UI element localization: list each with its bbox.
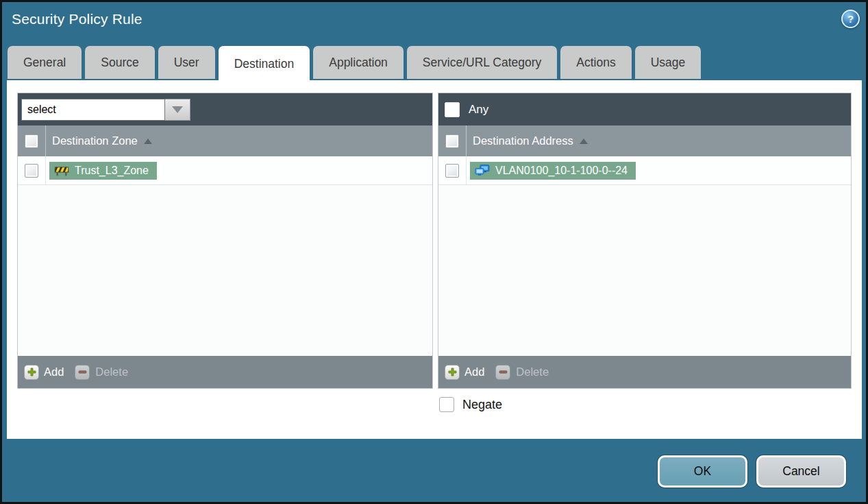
address-panel-footer: Add Delete [438,356,851,388]
tab-bar: General Source User Destination Applicat… [8,46,701,82]
any-label: Any [469,103,488,117]
address-list: VLAN0100_10-1-100-0--24 [438,156,851,356]
address-item-label: VLAN0100_10-1-100-0--24 [495,165,628,177]
tab-general[interactable]: General [8,46,82,79]
plus-icon [448,368,457,376]
zone-row-checkbox[interactable] [25,164,38,178]
tab-source[interactable]: Source [85,46,154,79]
zone-panel-header [18,93,432,125]
negate-checkbox[interactable] [439,397,454,412]
table-row: VLAN0100_10-1-100-0--24 [438,156,851,185]
negate-label: Negate [462,398,502,412]
zone-delete-label: Delete [95,365,128,379]
tab-service-url-category[interactable]: Service/URL Category [407,46,557,79]
tab-destination[interactable]: Destination [219,46,310,82]
zone-select-all-checkbox[interactable] [25,134,38,148]
minus-icon [78,368,87,376]
help-glyph: ? [847,13,854,25]
cancel-button[interactable]: Cancel [756,455,846,488]
address-row-checkbox[interactable] [445,164,459,178]
sort-ascending-icon [144,139,152,144]
address-column-header[interactable]: Destination Address [473,134,573,147]
help-icon[interactable]: ? [841,10,860,28]
tab-application[interactable]: Application [313,46,404,79]
zone-list: Trust_L3_Zone [18,156,432,356]
zone-item-trust-l3-zone[interactable]: Trust_L3_Zone [49,162,157,180]
destination-address-panel: Any Destination Address [438,93,852,389]
zone-add-button[interactable] [24,365,39,380]
any-checkbox[interactable] [445,102,460,117]
zone-select-combo [21,99,190,121]
address-item-vlan0100[interactable]: VLAN0100_10-1-100-0--24 [470,162,636,180]
ok-button[interactable]: OK [658,455,747,488]
destination-tab-content: Destination Zone [7,80,862,439]
address-add-label[interactable]: Add [464,365,484,379]
zone-item-label: Trust_L3_Zone [75,165,149,177]
zone-delete-button[interactable] [75,365,90,380]
address-delete-button[interactable] [495,365,510,380]
zone-panel-footer: Add Delete [18,356,432,388]
minus-icon [499,368,508,376]
address-delete-label: Delete [516,365,549,379]
zone-select-input[interactable] [21,99,165,121]
destination-zone-panel: Destination Zone [17,93,433,389]
address-select-all-checkbox[interactable] [445,134,459,148]
dialog-title: Security Policy Rule [12,11,142,27]
tab-user[interactable]: User [158,46,215,79]
sort-ascending-icon [580,139,588,144]
negate-row: Negate [439,397,502,412]
zone-select-dropdown-button[interactable] [165,99,190,121]
zone-add-label[interactable]: Add [44,365,64,379]
zone-column-header[interactable]: Destination Zone [52,134,138,147]
tab-usage[interactable]: Usage [635,46,702,79]
address-panel-header: Any [438,93,851,125]
dropdown-arrow-icon [172,106,183,113]
network-computers-icon [475,165,490,176]
zone-column-header-row: Destination Zone [18,125,432,156]
address-add-button[interactable] [445,365,460,380]
security-policy-rule-dialog: Security Policy Rule ? General Source Us… [0,0,868,504]
zone-barrier-icon [54,165,69,176]
table-row: Trust_L3_Zone [18,156,432,185]
plus-icon [27,368,36,376]
tab-actions[interactable]: Actions [560,46,631,79]
address-column-header-row: Destination Address [438,125,851,156]
